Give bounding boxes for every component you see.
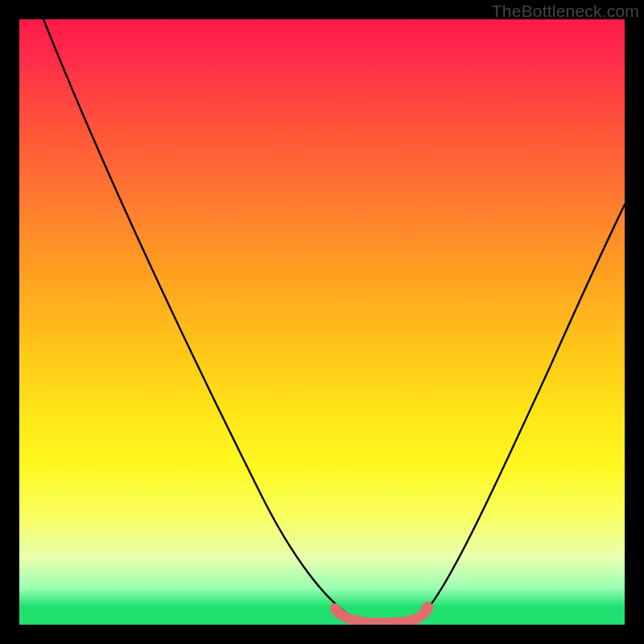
plot-area xyxy=(19,19,625,625)
chart-frame: TheBottleneck.com xyxy=(0,0,644,644)
watermark-text: TheBottleneck.com xyxy=(492,2,639,21)
marker-dot xyxy=(422,602,434,614)
highlight-band xyxy=(335,609,427,623)
bottleneck-curve xyxy=(43,19,625,621)
curve-layer xyxy=(19,19,625,625)
